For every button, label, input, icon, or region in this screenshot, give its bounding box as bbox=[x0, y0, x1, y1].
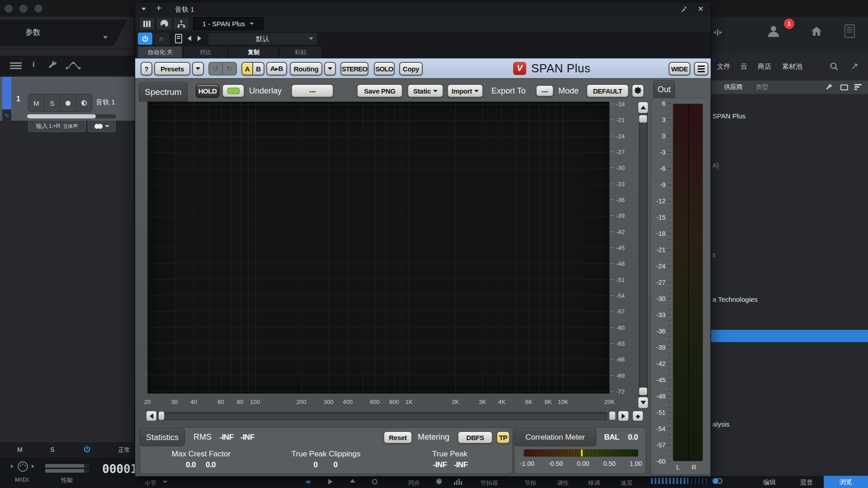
filter-type[interactable]: 类型 bbox=[756, 83, 769, 91]
channel-mode-selector[interactable] bbox=[88, 120, 116, 132]
hold-button[interactable]: HOLD bbox=[196, 84, 219, 98]
redo-button[interactable]: ↻ bbox=[222, 62, 237, 75]
plugin-list-item[interactable]: alysis bbox=[712, 418, 730, 430]
h-zoom-thumb-right[interactable] bbox=[609, 411, 616, 420]
plugin-list-item[interactable]: s bbox=[712, 249, 716, 261]
scroll-right-button[interactable] bbox=[618, 411, 629, 421]
ab-copy-button[interactable]: A▸B bbox=[266, 62, 287, 75]
scroll-down-button[interactable] bbox=[638, 397, 648, 408]
pin-icon[interactable] bbox=[679, 5, 687, 13]
next-preset-icon[interactable] bbox=[198, 36, 201, 41]
footer-power-icon[interactable] bbox=[83, 446, 91, 453]
preset-file-icon[interactable] bbox=[175, 34, 182, 43]
paste-settings-button[interactable]: 粘贴 bbox=[280, 47, 321, 58]
spectrum-tab[interactable]: Spectrum bbox=[139, 82, 188, 102]
footer-solo-button[interactable]: S bbox=[50, 446, 54, 453]
correlation-tab[interactable]: Correlation Meter bbox=[514, 428, 596, 446]
track-menu-icon[interactable] bbox=[10, 61, 22, 70]
track-row[interactable]: ∿ 1 M S 音轨 1 输入 L+R 立体声 bbox=[0, 77, 135, 121]
bars-unit-label[interactable]: 小节 bbox=[145, 479, 156, 487]
thumbnail-view-icon[interactable] bbox=[840, 84, 848, 90]
plugin-list-item[interactable]: a Technologies bbox=[712, 293, 758, 305]
editor-view-button[interactable] bbox=[139, 17, 155, 30]
spectrum-settings-button[interactable] bbox=[632, 84, 644, 98]
mute-button[interactable]: M bbox=[28, 94, 44, 112]
out-tab[interactable]: Out bbox=[653, 80, 675, 99]
wrench-icon[interactable] bbox=[48, 61, 58, 70]
record-arm-button[interactable] bbox=[61, 94, 76, 112]
transport-label[interactable]: 调性 bbox=[557, 479, 569, 487]
settings-gear-icon[interactable] bbox=[435, 478, 443, 485]
instance-selector[interactable]: 1 - SPAN Plus bbox=[193, 17, 264, 30]
automation-state-button[interactable]: 自动化:关 bbox=[138, 47, 182, 58]
h-zoom-thumb-left[interactable] bbox=[158, 411, 165, 420]
volume-slider[interactable] bbox=[27, 114, 116, 118]
plugin-titlebar[interactable]: + 音轨 1 × bbox=[135, 2, 711, 16]
export-select-button[interactable]: --- bbox=[536, 85, 554, 97]
v-scroll-track[interactable] bbox=[639, 102, 648, 408]
metronome-icon[interactable] bbox=[350, 479, 355, 483]
popout-arrow-icon[interactable]: ↗ bbox=[851, 61, 859, 71]
prev-preset-icon[interactable] bbox=[188, 36, 191, 41]
ab-b-button[interactable]: B bbox=[253, 62, 264, 75]
underlay-select-button[interactable]: --- bbox=[291, 84, 334, 98]
tp-button[interactable]: TP bbox=[496, 431, 510, 444]
plugin-power-button[interactable] bbox=[138, 33, 152, 45]
presets-button[interactable]: Presets bbox=[154, 62, 190, 75]
underlay-led-button[interactable] bbox=[222, 84, 245, 98]
spectrum-plot[interactable] bbox=[147, 102, 609, 394]
monitor-button[interactable] bbox=[76, 94, 92, 112]
routing-view-button[interactable] bbox=[173, 17, 189, 30]
search-icon[interactable] bbox=[829, 61, 839, 71]
record-circle-icon[interactable] bbox=[372, 479, 377, 484]
filter-vendor[interactable]: 供应商 bbox=[724, 83, 743, 91]
bypass-button[interactable]: ∩ bbox=[153, 33, 170, 45]
browse-view-button[interactable]: 浏览 bbox=[824, 476, 868, 488]
stereo-toggle-icon[interactable] bbox=[712, 478, 722, 484]
compare-button[interactable]: 对比 bbox=[184, 47, 227, 58]
save-png-button[interactable]: Save PNG bbox=[357, 84, 403, 98]
sort-filter-icon[interactable] bbox=[854, 84, 862, 90]
panel-resize-icon[interactable] bbox=[713, 29, 722, 36]
midi-label[interactable]: MIDI bbox=[15, 476, 29, 483]
v-scroll-thumb[interactable] bbox=[639, 115, 647, 123]
routing-button[interactable]: Routing bbox=[290, 62, 322, 75]
maximize-window-icon[interactable] bbox=[34, 5, 42, 13]
track-automation-badge[interactable]: ∿ bbox=[2, 109, 11, 121]
window-menu-chevron-icon[interactable] bbox=[142, 8, 146, 10]
tab-files[interactable]: 文件 bbox=[717, 62, 731, 71]
routing-chevron-button[interactable] bbox=[324, 62, 336, 75]
home-icon[interactable] bbox=[809, 24, 824, 38]
mix-view-button[interactable]: 混音 bbox=[800, 479, 813, 487]
speaker-icon[interactable] bbox=[305, 478, 312, 486]
mode-select-button[interactable]: DEFAULT bbox=[586, 84, 629, 98]
filter-wrench-icon[interactable] bbox=[826, 84, 833, 91]
input-selector[interactable]: 输入 L+R 立体声 bbox=[28, 120, 86, 132]
reset-button[interactable]: Reset bbox=[383, 431, 412, 444]
transport-label[interactable]: 移调 bbox=[588, 479, 600, 487]
solo-button-span[interactable]: SOLO bbox=[374, 62, 395, 75]
span-menu-button[interactable] bbox=[694, 62, 708, 75]
document-icon[interactable] bbox=[844, 24, 855, 38]
static-button[interactable]: Static bbox=[407, 84, 443, 98]
edit-view-button[interactable]: 编辑 bbox=[763, 479, 776, 487]
user-account-icon[interactable] bbox=[766, 23, 781, 39]
statistics-tab[interactable]: Statistics bbox=[140, 428, 185, 446]
undo-button[interactable]: ↺ bbox=[208, 62, 223, 75]
plugin-list-item[interactable]: A) bbox=[712, 160, 719, 171]
tab-shop[interactable]: 商店 bbox=[758, 62, 771, 71]
play-icon[interactable] bbox=[328, 479, 333, 484]
close-window-icon[interactable] bbox=[5, 5, 13, 13]
add-insert-icon[interactable]: + bbox=[156, 3, 161, 14]
v-zoom-thumb[interactable] bbox=[639, 387, 647, 395]
stereo-button[interactable]: STEREO bbox=[340, 62, 368, 75]
scroll-left-button[interactable] bbox=[146, 411, 157, 421]
performance-label[interactable]: 性能 bbox=[61, 476, 73, 484]
knob-view-button[interactable] bbox=[156, 17, 172, 30]
transport-label[interactable]: 速度 bbox=[621, 479, 632, 487]
reset-range-button[interactable]: ◆ bbox=[632, 411, 643, 421]
track-name[interactable]: 音轨 1 bbox=[96, 98, 115, 107]
h-scroll-track[interactable] bbox=[146, 412, 607, 420]
copy-settings-button[interactable]: 复制 bbox=[229, 47, 278, 58]
tab-pool[interactable]: 素材池 bbox=[782, 62, 802, 71]
